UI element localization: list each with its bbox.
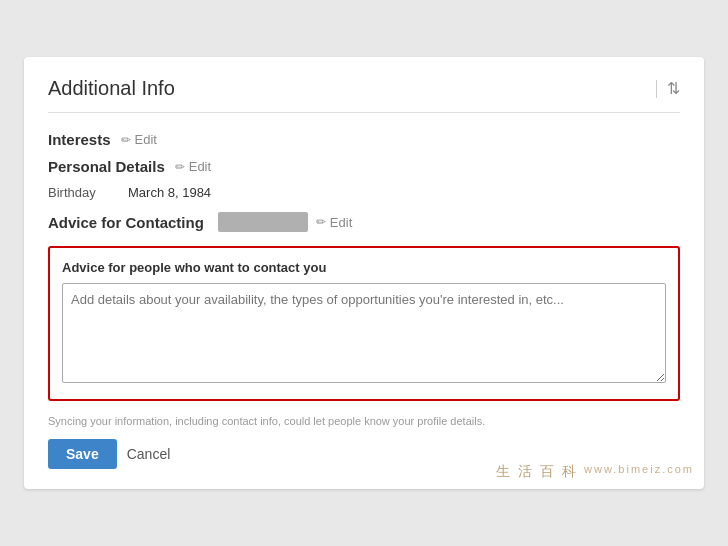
interests-label: Interests bbox=[48, 131, 111, 148]
sort-icon[interactable]: ⇅ bbox=[667, 79, 680, 98]
pencil-icon-2: ✏ bbox=[175, 160, 185, 174]
interests-edit-link[interactable]: ✏ Edit bbox=[121, 132, 157, 147]
personal-details-label: Personal Details bbox=[48, 158, 165, 175]
watermark-chinese: 生 活 百 科 bbox=[496, 463, 578, 481]
contact-textarea[interactable] bbox=[62, 283, 666, 383]
watermark-area: 生 活 百 科 www.bimeiz.com bbox=[496, 463, 694, 481]
save-button[interactable]: Save bbox=[48, 439, 117, 469]
card-title: Additional Info bbox=[48, 77, 175, 100]
pencil-icon: ✏ bbox=[121, 133, 131, 147]
birthday-key: Birthday bbox=[48, 185, 128, 200]
advice-contacting-edit-link[interactable]: ✏ Edit bbox=[316, 215, 352, 230]
blurred-name bbox=[218, 212, 308, 232]
advice-contacting-edit-label: Edit bbox=[330, 215, 352, 230]
card-header: Additional Info ⇅ bbox=[48, 77, 680, 113]
personal-details-row: Personal Details ✏ Edit bbox=[48, 158, 680, 175]
interests-row: Interests ✏ Edit bbox=[48, 131, 680, 148]
watermark-url: www.bimeiz.com bbox=[584, 463, 694, 481]
header-icons: ⇅ bbox=[656, 79, 680, 98]
personal-details-edit-link[interactable]: ✏ Edit bbox=[175, 159, 211, 174]
footer-text: Syncing your information, including cont… bbox=[48, 415, 680, 427]
pencil-icon-3: ✏ bbox=[316, 215, 326, 229]
advice-contacting-label: Advice for Contacting bbox=[48, 214, 204, 231]
additional-info-card: Additional Info ⇅ Interests ✏ Edit Perso… bbox=[24, 57, 704, 489]
contact-form-heading: Advice for people who want to contact yo… bbox=[62, 260, 666, 275]
contact-form-box: Advice for people who want to contact yo… bbox=[48, 246, 680, 401]
advice-contacting-row: Advice for Contacting ✏ Edit bbox=[48, 212, 680, 232]
birthday-row: Birthday March 8, 1984 bbox=[48, 185, 680, 200]
header-divider bbox=[656, 80, 657, 98]
personal-details-edit-label: Edit bbox=[189, 159, 211, 174]
cancel-button[interactable]: Cancel bbox=[127, 446, 171, 462]
birthday-value: March 8, 1984 bbox=[128, 185, 211, 200]
interests-edit-label: Edit bbox=[135, 132, 157, 147]
personal-details-section: Personal Details ✏ Edit Birthday March 8… bbox=[48, 158, 680, 200]
